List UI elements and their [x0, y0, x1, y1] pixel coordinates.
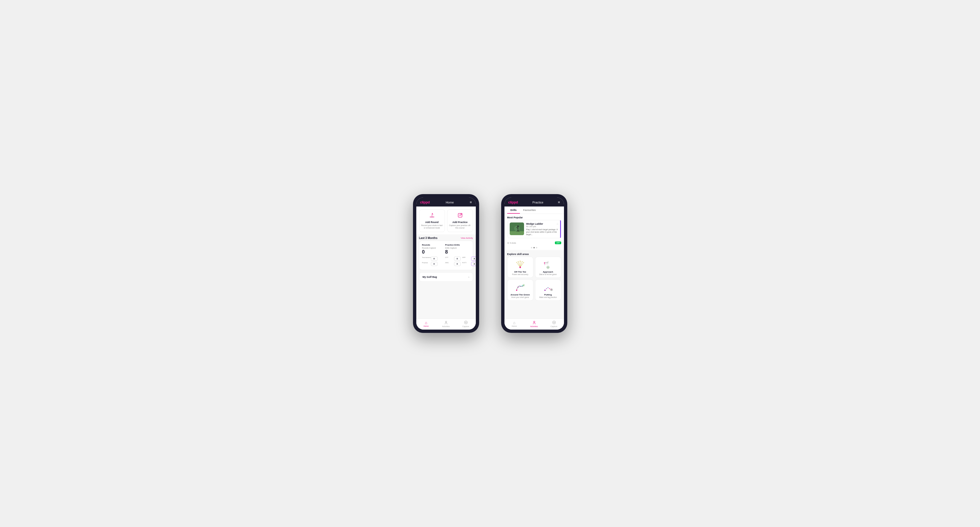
drills-col-title: Practice Drills — [445, 244, 476, 246]
home-bottom-nav: ⌂ Home Activities — [416, 319, 476, 330]
activity-title: Last 3 Months — [419, 237, 438, 240]
phone-practice: clippd Practice ≡ Drills Favourites Most… — [501, 194, 567, 333]
svg-point-42 — [522, 285, 523, 286]
svg-point-30 — [522, 261, 523, 262]
svg-point-39 — [516, 290, 517, 291]
svg-point-36 — [544, 262, 545, 264]
home-header: clippd Home ≡ — [416, 197, 476, 206]
dot-2 — [533, 247, 535, 248]
putt-label: PUTT — [462, 262, 470, 266]
arg-value: 0 — [454, 262, 461, 266]
skill-off-the-tee[interactable]: Off The Tee Power and accuracy — [507, 257, 533, 278]
drill-thumb-img — [510, 222, 524, 235]
golf-bag-label: My Golf Bag — [423, 276, 437, 278]
nav2-capture[interactable]: Capture — [544, 321, 564, 327]
dot-1 — [531, 247, 532, 248]
svg-rect-1 — [432, 214, 432, 217]
stats-columns: Rounds Rounds Capture 0 Tournament 0 Pra… — [422, 244, 470, 267]
drill-desc: Play 1 shot at each target yardage. If y… — [526, 228, 559, 236]
off-the-tee-icon — [514, 260, 526, 270]
activity-section-header: Last 3 Months View Activity — [416, 234, 476, 241]
tournament-label: Tournament — [422, 257, 430, 261]
skill-around-the-green[interactable]: Around The Green Hone your short game — [507, 279, 533, 301]
home-nav-label: Home — [423, 325, 429, 327]
drill-footer: 9 shots APP — [504, 240, 564, 246]
capture-nav-label: Capture — [462, 325, 469, 327]
drill-range: 50–100 yds — [526, 225, 559, 227]
around-green-name: Around The Green — [511, 294, 530, 296]
practice-logo: clippd — [508, 200, 518, 204]
app-label: APP — [462, 257, 470, 261]
stats-card: Rounds Rounds Capture 0 Tournament 0 Pra… — [419, 241, 473, 270]
add-round-card[interactable]: Add Round Record your shots in fast or e… — [419, 209, 445, 232]
drill-card-wedge-ladder[interactable]: Wedge Ladder 50–100 yds Play 1 shot at e… — [507, 220, 561, 238]
drill-info: Wedge Ladder 50–100 yds Play 1 shot at e… — [526, 222, 559, 236]
arg-label: ARG — [445, 262, 453, 266]
drill-shots: 9 shots — [507, 242, 516, 244]
action-cards-row: Add Round Record your shots in fast or e… — [416, 206, 476, 234]
golf-bag-chevron: › — [468, 275, 469, 279]
capture-nav-icon — [464, 321, 468, 325]
phone-home-screen: clippd Home ≡ — [416, 197, 476, 330]
add-round-title: Add Round — [425, 221, 439, 224]
svg-point-29 — [520, 261, 521, 262]
svg-point-33 — [547, 267, 549, 268]
home2-nav-icon: ⌂ — [513, 321, 515, 325]
add-practice-card[interactable]: Add Practice Capture your practice off-t… — [447, 209, 473, 232]
skill-grid: Off The Tee Power and accuracy — [504, 257, 564, 303]
phone-home: clippd Home ≡ — [413, 194, 479, 333]
nav-capture[interactable]: Capture — [456, 321, 476, 327]
home-nav-icon: ⌂ — [425, 321, 427, 325]
nav2-activities[interactable]: Activities — [524, 321, 544, 327]
home-menu-icon[interactable]: ≡ — [470, 200, 472, 204]
activities2-nav-icon — [532, 321, 536, 325]
rounds-big-num: 0 — [422, 249, 438, 255]
add-practice-title: Add Practice — [452, 221, 468, 224]
approach-name: Approach — [543, 271, 553, 273]
putting-name: Putting — [544, 294, 552, 296]
practice-value: 0 — [431, 262, 438, 266]
drill-star-icon[interactable]: ☆ — [556, 222, 559, 225]
rounds-tournament-row: Tournament 0 — [422, 257, 438, 261]
off-the-tee-name: Off The Tee — [514, 271, 526, 273]
skill-putting[interactable]: Putting Make and lag practice — [535, 279, 561, 301]
around-the-green-icon — [514, 283, 526, 292]
drill-card-bar — [560, 220, 561, 238]
nav-activities[interactable]: Activities — [436, 321, 456, 327]
around-green-desc: Hone your short game — [511, 296, 529, 298]
nav2-home[interactable]: ⌂ Home — [504, 321, 524, 327]
off-the-tee-desc: Power and accuracy — [512, 273, 528, 275]
shots-dot-icon — [507, 242, 509, 244]
svg-point-43 — [523, 285, 524, 286]
practice-menu-icon[interactable]: ≡ — [558, 200, 560, 204]
explore-section: Explore skill areas — [504, 252, 564, 303]
nav-home[interactable]: ⌂ Home — [416, 321, 436, 327]
add-practice-desc: Capture your practice off-the-course — [449, 224, 471, 229]
rounds-col-title: Rounds — [422, 244, 438, 246]
view-activity-link[interactable]: View Activity — [461, 237, 473, 239]
practice-label: Practice — [422, 262, 430, 266]
svg-point-28 — [518, 261, 519, 262]
most-popular-section: Most Popular — [504, 214, 564, 250]
svg-line-24 — [520, 262, 522, 267]
home-title: Home — [446, 201, 454, 204]
drills-big-num: 8 — [445, 249, 476, 255]
tab-drills[interactable]: Drills — [507, 206, 520, 214]
svg-point-27 — [516, 262, 517, 263]
practice-content: Most Popular — [504, 214, 564, 319]
svg-line-25 — [520, 262, 524, 267]
scene: clippd Home ≡ — [396, 178, 584, 349]
svg-point-37 — [544, 264, 545, 264]
skill-approach[interactable]: Approach Dial-in to hit the green — [535, 257, 561, 278]
putt-value: 4 — [471, 262, 476, 266]
ott-label: OTT — [445, 257, 453, 261]
rounds-col: Rounds Rounds Capture 0 Tournament 0 Pra… — [422, 244, 438, 267]
tab-favourites[interactable]: Favourites — [520, 206, 539, 214]
svg-point-38 — [544, 265, 545, 265]
drill-thumb — [510, 222, 524, 235]
svg-point-52 — [533, 321, 535, 323]
golf-bag-row[interactable]: My Golf Bag › — [419, 272, 473, 282]
phone-practice-screen: clippd Practice ≡ Drills Favourites Most… — [504, 197, 564, 330]
tournament-value: 0 — [431, 257, 438, 261]
add-round-icon — [429, 212, 435, 220]
